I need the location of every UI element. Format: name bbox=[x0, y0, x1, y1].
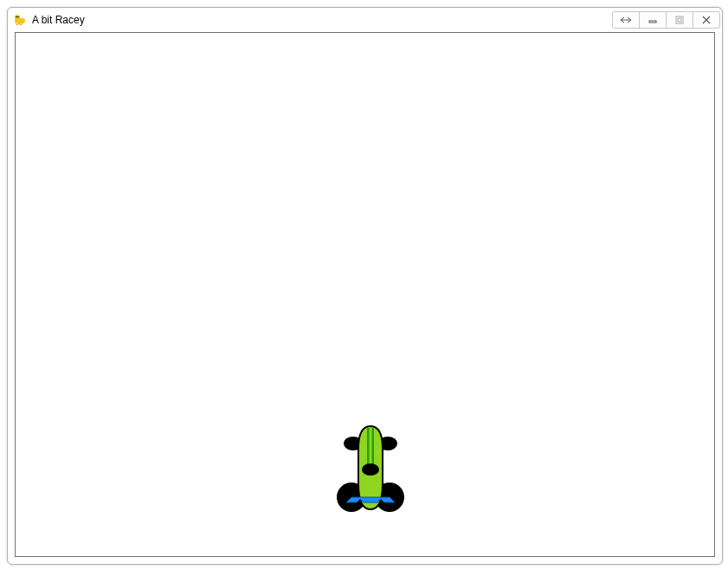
title-bar[interactable]: A bit Racey bbox=[8, 8, 722, 32]
svg-point-2 bbox=[16, 16, 17, 18]
game-canvas[interactable] bbox=[15, 32, 715, 557]
svg-rect-6 bbox=[678, 18, 681, 22]
maximize-icon bbox=[674, 16, 685, 24]
expand-icon bbox=[620, 16, 632, 24]
close-icon bbox=[701, 16, 712, 24]
svg-rect-4 bbox=[649, 21, 656, 23]
app-window: A bit Racey bbox=[7, 7, 723, 565]
minimize-button[interactable] bbox=[639, 11, 667, 29]
minimize-icon bbox=[647, 16, 658, 24]
svg-rect-5 bbox=[676, 16, 683, 23]
racecar-sprite bbox=[336, 423, 405, 518]
window-controls bbox=[613, 11, 720, 29]
maximize-button[interactable] bbox=[666, 11, 693, 29]
snake-icon bbox=[13, 13, 27, 27]
expand-button[interactable] bbox=[612, 11, 640, 29]
svg-point-3 bbox=[17, 16, 19, 18]
svg-point-1 bbox=[15, 15, 20, 20]
close-button[interactable] bbox=[693, 11, 720, 29]
window-title: A bit Racey bbox=[32, 14, 608, 26]
